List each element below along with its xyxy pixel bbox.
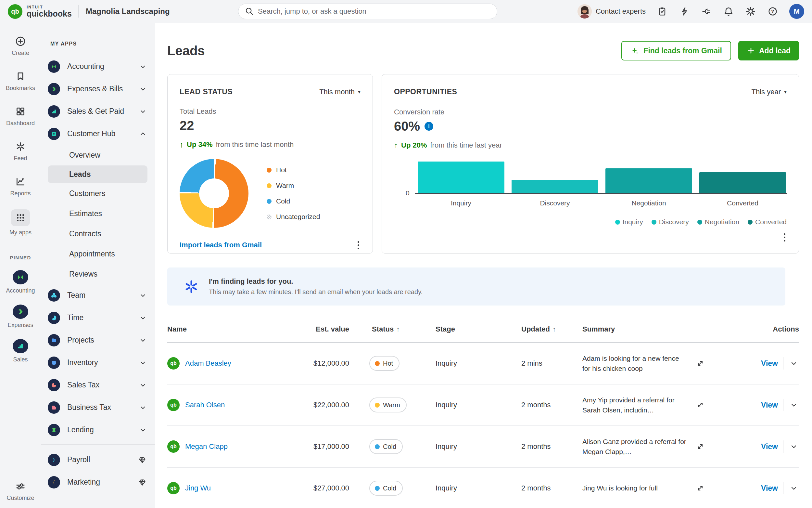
- sidebar-item-marketing[interactable]: Marketing: [41, 471, 155, 493]
- user-avatar[interactable]: M: [789, 4, 804, 19]
- sidebar-subitem-overview[interactable]: Overview: [41, 145, 155, 165]
- expand-summary-button[interactable]: [696, 442, 705, 451]
- est-value: $12,000.00: [302, 359, 349, 368]
- lead-name-link[interactable]: Jing Wu: [185, 484, 211, 493]
- table-header-row: Name Est. value Status↑ Stage Updated↑ S…: [167, 319, 799, 343]
- sidebar-item-team[interactable]: Team: [41, 284, 155, 306]
- top-bar: qb INTUIT quickbooks Magnolia Landscapin…: [0, 0, 812, 23]
- sidebar-item-sales-get-paid[interactable]: Sales & Get Paid: [41, 100, 155, 123]
- import-leads-from-gmail-link[interactable]: Import leads from Gmail: [180, 241, 262, 249]
- sidebar-item-business-tax[interactable]: Business Tax: [41, 396, 155, 419]
- view-lead-link[interactable]: View: [761, 484, 778, 493]
- help-button[interactable]: ?: [767, 6, 778, 17]
- qb-logo-icon: qb: [8, 4, 22, 19]
- col-header-summary[interactable]: Summary: [576, 325, 707, 334]
- col-header-stage[interactable]: Stage: [424, 325, 515, 334]
- chevron-down-icon: [139, 426, 146, 433]
- add-lead-button[interactable]: Add lead: [738, 41, 799, 60]
- sidebar-subitem-reviews[interactable]: Reviews: [41, 264, 155, 284]
- lead-name-link[interactable]: Adam Beasley: [185, 359, 231, 368]
- row-expand-chevron[interactable]: [789, 400, 799, 410]
- col-header-est-value[interactable]: Est. value: [302, 325, 349, 334]
- tasks-button[interactable]: [657, 6, 668, 17]
- bell-icon: [723, 6, 734, 16]
- trend-up-arrow: ↑: [394, 141, 398, 150]
- row-expand-chevron[interactable]: [789, 358, 799, 369]
- quickbooks-logo[interactable]: qb INTUIT quickbooks: [0, 4, 72, 19]
- lead-name-link[interactable]: Megan Clapp: [185, 442, 228, 451]
- contact-experts-button[interactable]: Contact experts: [577, 4, 646, 18]
- actions-divider: [783, 440, 783, 453]
- rail-pinned-expenses[interactable]: Expenses: [7, 304, 33, 329]
- sidebar-subitem-estimates[interactable]: Estimates: [41, 204, 155, 224]
- rail-item-reports[interactable]: Reports: [10, 176, 31, 197]
- banner-title: I'm finding leads for you.: [209, 277, 423, 286]
- view-lead-link[interactable]: View: [761, 401, 778, 410]
- sidebar-item-sales-tax[interactable]: Sales Tax: [41, 374, 155, 396]
- rail-item-dashboard[interactable]: Dashboard: [6, 106, 35, 127]
- sidebar-item-payroll[interactable]: Payroll: [41, 449, 155, 471]
- sidebar-item-time[interactable]: Time: [41, 306, 155, 329]
- settings-button[interactable]: [745, 6, 756, 17]
- rail-item-feed[interactable]: Feed: [14, 141, 27, 162]
- expand-summary-button[interactable]: [696, 401, 705, 409]
- sales-app-icon: [13, 339, 28, 353]
- lead-name-link[interactable]: Sarah Olsen: [185, 401, 225, 409]
- row-expand-chevron[interactable]: [789, 441, 799, 452]
- lead-status-menu-button[interactable]: [356, 239, 361, 251]
- find-leads-from-gmail-button[interactable]: Find leads from Gmail: [621, 41, 731, 60]
- lead-status-legend: Hot Warm Cold Uncategorized: [267, 166, 320, 221]
- trend-up-arrow: ↑: [180, 140, 184, 149]
- expand-summary-button[interactable]: [696, 484, 705, 493]
- lightning-icon: [679, 6, 689, 16]
- opportunities-period-dropdown[interactable]: This year ▾: [751, 88, 787, 96]
- sidebar-item-projects[interactable]: Projects: [41, 329, 155, 351]
- expand-summary-button[interactable]: [696, 359, 705, 368]
- notifications-button[interactable]: [723, 6, 734, 17]
- sidebar-subitem-leads-selected[interactable]: Leads: [48, 165, 147, 183]
- info-icon[interactable]: i: [425, 122, 433, 131]
- sidebar-subitem-appointments[interactable]: Appointments: [41, 244, 155, 264]
- status-dot: [375, 486, 380, 491]
- search-input[interactable]: [258, 7, 490, 15]
- rail-item-my-apps[interactable]: My apps: [9, 209, 32, 236]
- apps-connect-button[interactable]: [701, 6, 712, 17]
- conversion-rate-value: 60%: [394, 119, 420, 134]
- sidebar-item-inventory[interactable]: Inventory: [41, 351, 155, 374]
- payroll-app-icon: [48, 454, 60, 466]
- pinned-section-label: PINNED: [10, 255, 31, 260]
- rail-item-bookmarks[interactable]: Bookmarks: [6, 71, 35, 92]
- sales-get-paid-app-icon: [48, 105, 60, 118]
- opportunities-menu-button[interactable]: [782, 231, 787, 244]
- sidebar-item-lending[interactable]: Lending: [41, 419, 155, 441]
- sidebar-subitem-customers[interactable]: Customers: [41, 183, 155, 204]
- x-axis-line: [415, 193, 787, 194]
- status-dot: [375, 444, 380, 449]
- global-search[interactable]: [238, 4, 497, 19]
- col-header-status[interactable]: Status↑: [349, 325, 424, 334]
- rail-item-create[interactable]: Create: [12, 36, 29, 56]
- view-lead-link[interactable]: View: [761, 442, 778, 451]
- view-lead-link[interactable]: View: [761, 359, 778, 368]
- sidebar-item-customer-hub[interactable]: Customer Hub: [41, 123, 155, 145]
- sidebar-item-accounting[interactable]: Accounting: [41, 55, 155, 78]
- lead-source-qb-icon: qb: [167, 440, 180, 453]
- col-header-updated[interactable]: Updated↑: [515, 325, 576, 334]
- est-value: $27,000.00: [302, 484, 349, 493]
- rail-pinned-sales[interactable]: Sales: [13, 339, 28, 363]
- sidebar-subitem-contracts[interactable]: Contracts: [41, 224, 155, 244]
- col-header-actions: Actions: [707, 325, 799, 334]
- row-expand-chevron[interactable]: [789, 483, 799, 493]
- legend-item-negotiation: Negotiation: [697, 218, 739, 226]
- actions-divider: [783, 482, 783, 494]
- shortcuts-button[interactable]: [679, 6, 690, 17]
- table-row: qbAdam Beasley $12,000.00 Hot Inquiry 2 …: [167, 343, 799, 384]
- apps-grid-icon: [15, 212, 26, 223]
- lead-status-period-dropdown[interactable]: This month ▾: [319, 88, 361, 96]
- col-header-name[interactable]: Name: [167, 325, 302, 334]
- help-icon: ?: [767, 6, 778, 16]
- rail-item-customize[interactable]: Customize: [6, 481, 34, 502]
- rail-pinned-accounting[interactable]: Accounting: [6, 270, 35, 294]
- sidebar-item-expenses-bills[interactable]: Expenses & Bills: [41, 78, 155, 100]
- contact-experts-label: Contact experts: [596, 7, 646, 15]
